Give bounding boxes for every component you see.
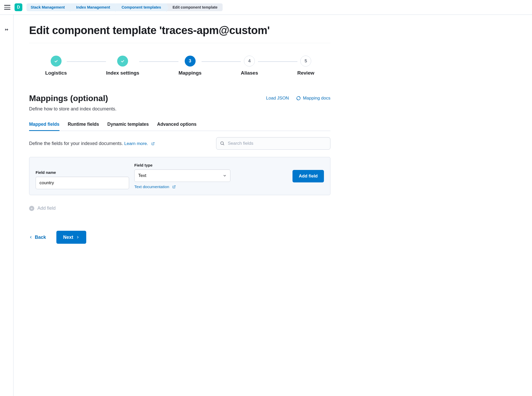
plus-icon: + xyxy=(29,206,34,211)
search-icon xyxy=(220,141,225,146)
external-link-icon xyxy=(172,185,176,189)
load-json-link[interactable]: Load JSON xyxy=(266,96,289,101)
main-content: Edit component template 'traces-apm@cust… xyxy=(14,15,346,396)
mapping-docs-link[interactable]: Mapping docs xyxy=(296,96,330,101)
add-field-button[interactable]: Add field xyxy=(292,170,324,182)
learn-more-link[interactable]: Learn more. xyxy=(124,141,155,146)
next-button[interactable]: Next xyxy=(56,231,86,244)
external-link-icon xyxy=(151,142,155,146)
step-aliases[interactable]: 4 Aliases xyxy=(241,56,258,76)
step-label: Review xyxy=(297,70,314,76)
side-rail xyxy=(0,15,14,396)
add-field-ghost-button[interactable]: + Add field xyxy=(29,206,330,211)
section-subtitle: Define how to store and index documents. xyxy=(29,106,330,112)
breadcrumb-component-templates[interactable]: Component templates xyxy=(115,3,166,11)
step-mappings[interactable]: 3 Mappings xyxy=(178,56,202,76)
step-index-settings[interactable]: Index settings xyxy=(106,56,139,76)
chevron-right-icon xyxy=(76,235,79,239)
back-button[interactable]: Back xyxy=(29,235,46,240)
field-type-label: Field type xyxy=(134,163,230,167)
app-logo[interactable]: D xyxy=(15,3,22,11)
check-icon xyxy=(54,59,58,63)
page-title: Edit component template 'traces-apm@cust… xyxy=(29,24,330,37)
divider xyxy=(29,43,330,43)
breadcrumb-stack-management[interactable]: Stack Management xyxy=(26,3,70,11)
step-label: Aliases xyxy=(241,70,258,76)
field-name-input[interactable] xyxy=(36,177,129,189)
wizard-stepper: Logistics Index settings 3 Mappings 4 Al… xyxy=(45,56,314,76)
mapping-docs-label: Mapping docs xyxy=(303,96,330,101)
search-fields-input[interactable] xyxy=(216,137,330,150)
svg-point-2 xyxy=(221,142,223,144)
breadcrumb-index-management[interactable]: Index Management xyxy=(70,3,115,11)
step-connector xyxy=(258,61,297,62)
step-number: 5 xyxy=(300,56,311,67)
step-connector xyxy=(139,61,178,62)
tab-runtime-fields[interactable]: Runtime fields xyxy=(68,119,99,131)
menu-icon[interactable] xyxy=(4,4,10,10)
chevron-left-icon xyxy=(29,235,33,239)
section-title: Mappings (optional) xyxy=(29,94,108,103)
check-icon xyxy=(120,59,125,63)
tab-mapped-fields[interactable]: Mapped fields xyxy=(29,119,59,131)
breadcrumb: Stack Management Index Management Compon… xyxy=(26,3,223,11)
step-logistics[interactable]: Logistics xyxy=(45,56,67,76)
new-field-panel: Field name Field type Text documentation… xyxy=(29,157,330,195)
tab-dynamic-templates[interactable]: Dynamic templates xyxy=(107,119,149,131)
step-label: Mappings xyxy=(178,70,202,76)
step-review[interactable]: 5 Review xyxy=(297,56,314,76)
text-documentation-link[interactable]: Text documentation xyxy=(134,184,230,189)
step-label: Index settings xyxy=(106,70,139,76)
step-connector xyxy=(67,61,106,62)
step-number: 4 xyxy=(244,56,255,67)
add-field-ghost-label: Add field xyxy=(37,206,56,211)
step-connector xyxy=(202,61,241,62)
field-name-label: Field name xyxy=(36,170,129,175)
step-label: Logistics xyxy=(45,70,67,76)
tab-advanced-options[interactable]: Advanced options xyxy=(157,119,197,131)
tabs: Mapped fields Runtime fields Dynamic tem… xyxy=(29,119,330,131)
expand-sidebar-icon[interactable] xyxy=(4,27,9,32)
define-text: Define the fields for your indexed docum… xyxy=(29,141,155,146)
lifecycle-icon xyxy=(296,96,301,101)
svg-line-3 xyxy=(223,144,224,145)
step-number: 3 xyxy=(185,56,196,67)
breadcrumb-current: Edit component template xyxy=(166,3,223,11)
field-type-select[interactable] xyxy=(134,169,230,182)
topbar: D Stack Management Index Management Comp… xyxy=(0,0,532,15)
